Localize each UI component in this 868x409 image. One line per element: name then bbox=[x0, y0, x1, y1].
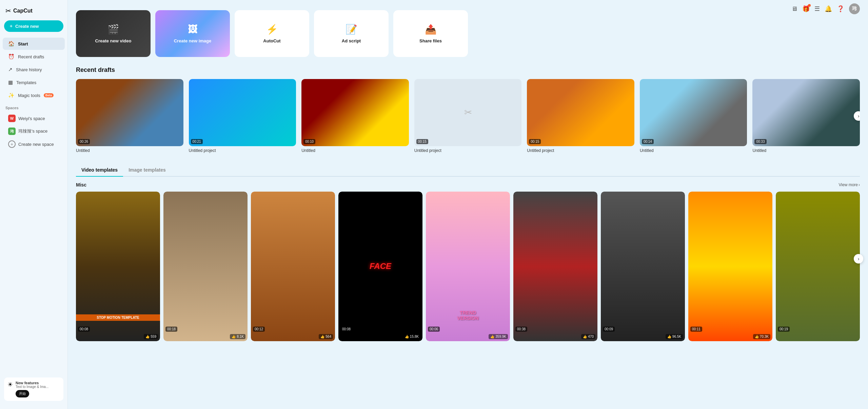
bell-icon[interactable]: 🔔 bbox=[825, 5, 832, 13]
create-video-card[interactable]: 🎬 Create new video bbox=[76, 10, 151, 57]
draft-card-4[interactable]: ✂ 00:15 Untitled project bbox=[414, 79, 522, 153]
sidebar-item-create-space[interactable]: + Create new space bbox=[3, 138, 65, 150]
draft-name-7: Untitled bbox=[752, 148, 860, 153]
monitor-icon[interactable]: 🖥 bbox=[791, 5, 797, 13]
gift-notification-badge bbox=[808, 4, 811, 7]
draft-time-4: 00:15 bbox=[416, 139, 428, 144]
template-time-6: 00:38 bbox=[515, 327, 527, 332]
autocut-card[interactable]: ⚡ AutoCut bbox=[235, 10, 309, 57]
draft-time-6: 00:14 bbox=[642, 139, 654, 144]
main-content: 🖥 🎁 ☰ 🔔 ❓ 玮 🎬 Create new video 🖼 Create … bbox=[68, 0, 868, 409]
template-card-6[interactable]: 00:38 👍 470 bbox=[513, 192, 597, 341]
draft-card-1[interactable]: 00:26 Untitled bbox=[76, 79, 183, 153]
draft-card-7[interactable]: 00:33 Untitled bbox=[752, 79, 860, 153]
sidebar-item-weiyi-space[interactable]: W Weiyi's space bbox=[3, 112, 65, 124]
template-likes-3: 👍 564 bbox=[319, 334, 333, 339]
template-card-4[interactable]: FACE 00:08 👍 15.8K bbox=[338, 192, 422, 341]
feature-title: New features bbox=[16, 381, 48, 385]
template-likes-4: 👍 15.8K bbox=[403, 334, 420, 339]
recent-drafts-title: Recent drafts bbox=[76, 66, 860, 74]
draft-thumb-4: ✂ 00:15 bbox=[414, 79, 522, 146]
templates-icon: ▦ bbox=[8, 79, 13, 85]
template-time-7: 00:09 bbox=[603, 327, 615, 332]
draft-thumb-5: 00:15 bbox=[527, 79, 634, 146]
template-likes-8: 👍 70.3K bbox=[753, 334, 770, 339]
sidebar: ✂ CapCut ＋ Create new 🏠 Start ⏰ Recent d… bbox=[0, 0, 68, 409]
template-card-9[interactable]: 00:19 bbox=[776, 192, 860, 341]
draft-thumb-6: 00:14 bbox=[640, 79, 747, 146]
sidebar-item-magic-tools[interactable]: ✨ Magic tools Beta bbox=[3, 89, 65, 101]
sharefiles-icon: 📤 bbox=[425, 24, 437, 35]
draft-thumb-7: 00:33 bbox=[752, 79, 860, 146]
nav-label-magic-tools: Magic tools bbox=[18, 93, 40, 98]
autocut-icon: ⚡ bbox=[266, 24, 278, 35]
template-time-2: 00:18 bbox=[165, 327, 177, 332]
create-image-label: Create new image bbox=[174, 38, 212, 43]
tab-video-label: Video templates bbox=[81, 167, 118, 173]
tab-image-label: Image templates bbox=[129, 167, 166, 173]
adscript-icon: 📝 bbox=[346, 24, 357, 35]
template-thumb-8: 00:11 👍 70.3K bbox=[688, 192, 772, 341]
app-name: CapCut bbox=[13, 8, 33, 14]
adscript-card[interactable]: 📝 Ad script bbox=[314, 10, 389, 57]
draft-time-3: 00:10 bbox=[303, 139, 315, 144]
nav-label-recent-drafts: Recent drafts bbox=[18, 54, 44, 59]
logo-area: ✂ CapCut bbox=[0, 4, 67, 20]
template-thumb-2: 00:18 👍 8.1K bbox=[163, 192, 248, 341]
zhuzhu-avatar: 玮 bbox=[8, 128, 16, 135]
magic-icon: ✨ bbox=[8, 92, 15, 98]
create-space-plus-icon: + bbox=[8, 140, 16, 148]
sidebar-item-templates[interactable]: ▦ Templates bbox=[3, 76, 65, 89]
sidebar-item-share-history[interactable]: ↗ Share history bbox=[3, 63, 65, 76]
template-thumb-6: 00:38 👍 470 bbox=[513, 192, 597, 341]
template-time-3: 00:12 bbox=[253, 327, 265, 332]
template-card-1[interactable]: STOP MOTION TEMPLATE 00:08 👍 559 bbox=[76, 192, 160, 341]
sidebar-item-start[interactable]: 🏠 Start bbox=[3, 38, 65, 50]
template-overlay-4: FACE bbox=[370, 261, 391, 271]
nav-label-share-history: Share history bbox=[16, 67, 42, 72]
template-time-5: 00:06 bbox=[428, 327, 440, 332]
draft-card-3[interactable]: 00:10 Untitled bbox=[301, 79, 409, 153]
nav-label-start: Start bbox=[18, 41, 28, 46]
create-image-card[interactable]: 🖼 Create new image bbox=[155, 10, 230, 57]
template-likes-1: 👍 559 bbox=[144, 334, 158, 339]
templates-tabs: Video templates Image templates bbox=[76, 164, 860, 177]
template-time-9: 00:19 bbox=[778, 327, 790, 332]
draft-name-5: Untitled project bbox=[527, 148, 634, 153]
template-time-8: 00:11 bbox=[690, 327, 702, 332]
plus-icon: ＋ bbox=[9, 23, 13, 29]
tab-video-templates[interactable]: Video templates bbox=[76, 164, 123, 177]
autocut-label: AutoCut bbox=[263, 38, 280, 43]
template-thumb-9: 00:19 bbox=[776, 192, 860, 341]
template-card-5[interactable]: Trendversion 00:06 👍 359.9K bbox=[426, 192, 510, 341]
user-avatar[interactable]: 玮 bbox=[849, 3, 860, 14]
sidebar-item-recent-drafts[interactable]: ⏰ Recent drafts bbox=[3, 51, 65, 63]
feature-subtitle: Text to Image & Ima... bbox=[16, 385, 48, 389]
template-card-2[interactable]: 00:18 👍 8.1K bbox=[163, 192, 248, 341]
template-card-3[interactable]: 00:12 👍 564 bbox=[251, 192, 335, 341]
tab-image-templates[interactable]: Image templates bbox=[123, 164, 171, 177]
draft-name-2: Untitled project bbox=[189, 148, 296, 153]
template-time-1: 00:08 bbox=[78, 327, 90, 332]
templates-scroll-right-arrow[interactable]: › bbox=[854, 254, 863, 264]
view-more-link[interactable]: View more › bbox=[839, 182, 860, 187]
draft-name-1: Untitled bbox=[76, 148, 183, 153]
templates-row: STOP MOTION TEMPLATE 00:08 👍 559 00:18 👍… bbox=[76, 192, 860, 341]
draft-card-5[interactable]: 00:15 Untitled project bbox=[527, 79, 634, 153]
template-thumb-4: FACE 00:08 👍 15.8K bbox=[338, 192, 422, 341]
nav-label-templates: Templates bbox=[16, 80, 36, 85]
layers-icon[interactable]: ☰ bbox=[814, 5, 820, 13]
create-new-button[interactable]: ＋ Create new bbox=[4, 20, 63, 32]
draft-card-6[interactable]: 00:14 Untitled bbox=[640, 79, 747, 153]
draft-time-7: 00:33 bbox=[754, 139, 766, 144]
template-thumb-1: STOP MOTION TEMPLATE 00:08 👍 559 bbox=[76, 192, 160, 341]
draft-card-2[interactable]: 00:21 Untitled project bbox=[189, 79, 296, 153]
share-icon: ↗ bbox=[8, 66, 13, 73]
template-card-7[interactable]: 00:09 👍 96.5K bbox=[601, 192, 685, 341]
help-icon[interactable]: ❓ bbox=[837, 5, 844, 13]
sharefiles-card[interactable]: 📤 Share files bbox=[393, 10, 468, 57]
sidebar-item-zhuzhu-space[interactable]: 玮 玮辣辣's space bbox=[3, 125, 65, 137]
template-card-8[interactable]: 00:11 👍 70.3K bbox=[688, 192, 772, 341]
gift-icon[interactable]: 🎁 bbox=[802, 5, 810, 13]
feature-start-button[interactable]: 开始 bbox=[16, 390, 29, 397]
